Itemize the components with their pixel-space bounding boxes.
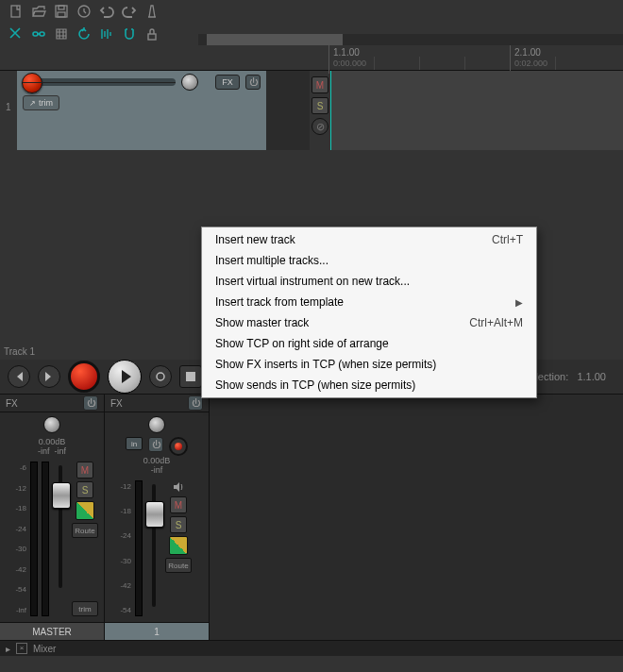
master-solo-button[interactable]: S <box>76 481 93 498</box>
menu-item[interactable]: Insert new trackCtrl+T <box>202 229 536 250</box>
selection-label: lection: <box>535 371 568 382</box>
crossfade-icon[interactable] <box>8 25 25 42</box>
save-icon[interactable] <box>53 3 70 20</box>
master-fader[interactable] <box>52 482 71 509</box>
play-cursor[interactable] <box>330 71 331 150</box>
play-button[interactable] <box>108 360 142 394</box>
selection-value: 1.1.00 <box>577 371 606 382</box>
trim-button[interactable]: ↗trim <box>23 95 59 110</box>
new-project-icon[interactable] <box>8 3 25 20</box>
track-route-button[interactable]: Route <box>165 558 192 573</box>
stop-button[interactable] <box>179 365 202 388</box>
go-end-button[interactable] <box>38 365 60 388</box>
track-fader[interactable] <box>145 501 164 528</box>
fx-button[interactable]: FX <box>215 75 240 90</box>
master-mute-button[interactable]: M <box>76 462 93 479</box>
ruler-time: 0:00.000 <box>333 59 366 68</box>
master-peak-r: -inf <box>55 446 67 456</box>
svg-point-8 <box>157 373 164 380</box>
menu-item[interactable]: Show FX inserts in TCP (when size permit… <box>202 354 536 375</box>
speaker-icon[interactable] <box>172 480 185 494</box>
repeat-button[interactable] <box>149 365 172 388</box>
ruler-beat: 2.1.00 <box>514 47 541 58</box>
input-power-icon[interactable]: ⏻ <box>148 437 163 452</box>
collapse-icon[interactable]: ▸ <box>6 644 10 654</box>
track-phase-button[interactable] <box>169 536 188 555</box>
mixer-tab-label[interactable]: Mixer <box>33 644 56 654</box>
menu-item[interactable]: Show sends in TCP (when size permits) <box>202 375 536 395</box>
record-arm-button[interactable] <box>169 437 188 456</box>
track-fx-label[interactable]: FX <box>110 398 123 409</box>
master-peak-l: -inf <box>38 446 50 456</box>
volume-slider[interactable] <box>23 78 176 86</box>
record-button[interactable] <box>68 361 100 393</box>
solo-button[interactable]: S <box>312 97 328 114</box>
svg-rect-7 <box>148 34 156 40</box>
track-meter <box>135 480 143 616</box>
master-meter-r <box>42 462 49 616</box>
arrange-area[interactable] <box>330 71 623 150</box>
master-name-label[interactable]: MASTER <box>0 622 104 640</box>
horizontal-scrollbar[interactable] <box>198 34 623 45</box>
snap-icon[interactable] <box>121 25 138 42</box>
master-trim-button[interactable]: trim <box>72 601 98 616</box>
close-mixer-icon[interactable]: × <box>16 643 27 654</box>
settings-icon[interactable] <box>76 3 93 20</box>
track-name-label[interactable]: 1 <box>105 622 209 640</box>
disable-button[interactable]: ⊘ <box>312 118 328 135</box>
master-fx-power-icon[interactable]: ⏻ <box>83 395 98 411</box>
timeline-ruler[interactable]: 1.1.00 0:00.000 2.1.00 0:02.000 <box>312 45 623 70</box>
link-icon[interactable] <box>30 25 47 42</box>
metronome-icon[interactable] <box>143 3 160 20</box>
menu-item[interactable]: Show master trackCtrl+Alt+M <box>202 312 536 333</box>
open-icon[interactable] <box>30 3 47 20</box>
track-mute-button[interactable]: M <box>170 496 187 513</box>
ripple-icon[interactable] <box>76 25 93 42</box>
ruler-time: 0:02.000 <box>514 59 547 68</box>
master-pan-knob[interactable] <box>43 416 60 433</box>
master-db-label: 0.00dB <box>0 437 104 446</box>
master-fx-label[interactable]: FX <box>6 398 18 409</box>
track-pan-knob[interactable] <box>148 416 165 433</box>
go-start-button[interactable] <box>8 365 30 388</box>
menu-item[interactable]: Insert virtual instrument on new track..… <box>202 271 536 292</box>
input-label[interactable]: in <box>126 437 143 450</box>
lock-icon[interactable] <box>143 25 160 42</box>
master-mono-button[interactable] <box>76 501 94 520</box>
track-index: 1 <box>6 102 11 112</box>
track-list-context-menu: Insert new trackCtrl+TInsert multiple tr… <box>201 227 537 398</box>
track-solo-button[interactable]: S <box>170 516 187 533</box>
svg-rect-3 <box>58 12 65 17</box>
track-db-label: 0.00dB <box>105 456 209 465</box>
ruler-beat: 1.1.00 <box>333 47 360 58</box>
master-route-button[interactable]: Route <box>72 523 98 538</box>
track-peak: -inf <box>105 465 209 475</box>
svg-rect-0 <box>11 6 20 17</box>
undo-icon[interactable] <box>98 3 115 20</box>
menu-item[interactable]: Show TCP on right side of arrange <box>202 333 536 354</box>
redo-icon[interactable] <box>121 3 138 20</box>
grid-icon[interactable] <box>53 25 70 42</box>
volume-knob[interactable] <box>22 73 42 93</box>
menu-item[interactable]: Insert multiple tracks... <box>202 250 536 271</box>
pan-knob[interactable] <box>181 74 198 91</box>
track-control-panel[interactable]: FX ⏻ ↗trim <box>17 71 266 150</box>
menu-item[interactable]: Insert track from template▶ <box>202 292 536 312</box>
svg-rect-2 <box>59 6 64 9</box>
envelope-icon[interactable] <box>98 25 115 42</box>
fx-power-button[interactable]: ⏻ <box>245 75 261 90</box>
svg-rect-9 <box>186 372 195 381</box>
mute-button[interactable]: M <box>312 76 328 93</box>
master-meter-l <box>30 462 38 616</box>
